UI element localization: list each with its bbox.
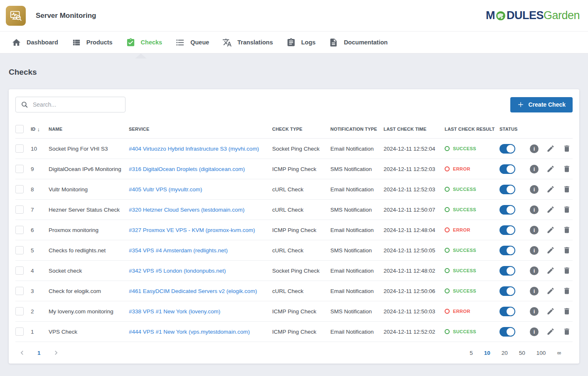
info-icon[interactable]: i — [530, 144, 539, 153]
delete-icon[interactable] — [563, 307, 571, 315]
row-checkbox[interactable] — [15, 185, 24, 193]
cell-notification-type: Email Notification — [330, 288, 384, 294]
status-toggle[interactable] — [499, 185, 515, 194]
delete-icon[interactable] — [563, 327, 571, 336]
row-checkbox[interactable] — [15, 307, 24, 315]
row-checkbox[interactable] — [15, 246, 24, 254]
page-size-option[interactable]: 50 — [519, 350, 525, 356]
cell-check-type: ICMP Ping Check — [272, 227, 330, 233]
row-actions: i — [530, 165, 573, 173]
nav-item-products[interactable]: Products — [65, 32, 119, 53]
status-toggle[interactable] — [499, 246, 515, 255]
service-link[interactable]: #338 VPS #1 New York (loveny.com) — [129, 308, 220, 315]
search-input[interactable] — [33, 101, 120, 108]
select-all-checkbox[interactable] — [15, 125, 24, 133]
edit-icon[interactable] — [546, 205, 555, 214]
edit-icon[interactable] — [546, 246, 555, 254]
service-link[interactable]: #316 DigitalOcean Droplets (digitalocean… — [129, 166, 245, 172]
column-header-service[interactable]: SERVICE — [129, 127, 272, 132]
service-link[interactable]: #444 VPS #1 New York (vps.mytestdomain.c… — [129, 329, 250, 335]
info-icon[interactable]: i — [530, 205, 539, 214]
edit-icon[interactable] — [546, 226, 555, 234]
service-link[interactable]: #320 Hetzner Cloud Servers (testdomain.c… — [129, 207, 244, 213]
info-icon[interactable]: i — [530, 287, 539, 295]
row-checkbox[interactable] — [15, 226, 24, 234]
row-actions: i — [530, 185, 573, 194]
cell-name: Hezner Server Status Check — [49, 207, 129, 213]
row-checkbox[interactable] — [15, 266, 24, 275]
status-toggle[interactable] — [499, 225, 515, 235]
page-size-option[interactable]: 100 — [536, 350, 546, 356]
column-header-check-type[interactable]: CHECK TYPE — [272, 127, 330, 132]
column-header-last-check-time[interactable]: LAST CHECK TIME — [384, 127, 445, 132]
edit-icon[interactable] — [546, 287, 555, 295]
row-checkbox[interactable] — [15, 144, 24, 153]
create-check-button[interactable]: Create Check — [510, 97, 573, 112]
service-link[interactable]: #404 Virtuozzo Hybrid Infrastructure S3 … — [129, 146, 259, 152]
service-link[interactable]: #405 Vultr VPS (myvultr.com) — [129, 186, 202, 193]
info-icon[interactable]: i — [530, 226, 539, 234]
page-size-option[interactable]: 5 — [470, 350, 473, 356]
service-link[interactable]: #327 Proxmox VE VPS - KVM (proxmox-kvm.c… — [129, 227, 255, 233]
delete-icon[interactable] — [563, 165, 571, 173]
delete-icon[interactable] — [563, 185, 571, 193]
nav-item-dashboard[interactable]: Dashboard — [5, 32, 65, 53]
page-size-option[interactable]: 10 — [484, 350, 490, 356]
info-icon[interactable]: i — [530, 266, 539, 275]
page-size-option[interactable]: ∞ — [557, 350, 561, 356]
status-toggle[interactable] — [499, 164, 515, 174]
column-header-id[interactable]: ID ↓ — [31, 126, 49, 132]
row-checkbox[interactable] — [15, 287, 24, 295]
column-header-last-check-result[interactable]: LAST CHECK RESULT — [445, 127, 499, 132]
page-size-option[interactable]: 20 — [502, 350, 508, 356]
edit-icon[interactable] — [546, 266, 555, 275]
delete-icon[interactable] — [563, 287, 571, 295]
chevron-right-icon[interactable] — [52, 349, 60, 357]
delete-icon[interactable] — [563, 144, 571, 153]
column-header-status[interactable]: STATUS — [499, 127, 530, 132]
service-link[interactable]: #342 VPS #5 London (londonpubs.net) — [129, 268, 226, 274]
delete-icon[interactable] — [563, 205, 571, 214]
info-icon[interactable]: i — [530, 165, 539, 173]
edit-icon[interactable] — [546, 185, 555, 193]
service-link[interactable]: #461 EasyDCIM Dedicated Servers v2 (elog… — [129, 288, 257, 294]
brand-prefix: M — [486, 9, 495, 22]
delete-icon[interactable] — [563, 226, 571, 234]
info-icon[interactable]: i — [530, 185, 539, 194]
row-checkbox[interactable] — [15, 327, 24, 336]
status-toggle[interactable] — [499, 266, 515, 276]
nav-label: Logs — [301, 39, 316, 46]
edit-icon[interactable] — [546, 144, 555, 153]
info-icon[interactable]: i — [530, 307, 539, 316]
status-toggle[interactable] — [499, 286, 515, 296]
main-nav: Dashboard Products Checks Queue Translat… — [0, 31, 588, 54]
search-box[interactable] — [15, 97, 125, 112]
nav-item-logs[interactable]: Logs — [280, 32, 322, 53]
status-toggle[interactable] — [499, 205, 515, 215]
table-row: 1 VPS Check #444 VPS #1 New York (vps.my… — [15, 322, 573, 342]
edit-icon[interactable] — [546, 327, 555, 336]
edit-icon[interactable] — [546, 307, 555, 315]
row-checkbox[interactable] — [15, 205, 24, 214]
status-toggle[interactable] — [499, 307, 515, 316]
row-actions: i — [530, 226, 573, 234]
cell-check-type: cURL Check — [272, 186, 330, 193]
info-icon[interactable]: i — [530, 246, 539, 255]
column-header-name[interactable]: NAME — [49, 127, 129, 132]
status-toggle[interactable] — [499, 144, 515, 154]
chevron-left-icon[interactable] — [18, 349, 26, 357]
status-toggle[interactable] — [499, 327, 515, 337]
nav-item-checks[interactable]: Checks — [119, 32, 169, 53]
service-link[interactable]: #354 VPS #4 Amsterdam (redlights.net) — [129, 247, 228, 254]
column-header-notification-type[interactable]: NOTIFICATION TYPE — [330, 127, 384, 132]
edit-icon[interactable] — [546, 165, 555, 173]
nav-item-documentation[interactable]: Documentation — [322, 32, 394, 53]
info-icon[interactable]: i — [530, 327, 539, 336]
delete-icon[interactable] — [563, 266, 571, 275]
cell-name: Socket check — [49, 268, 129, 274]
nav-item-translations[interactable]: Translations — [216, 32, 279, 53]
nav-item-queue[interactable]: Queue — [169, 32, 216, 53]
page-number[interactable]: 1 — [37, 350, 41, 356]
row-checkbox[interactable] — [15, 165, 24, 173]
delete-icon[interactable] — [563, 246, 571, 254]
